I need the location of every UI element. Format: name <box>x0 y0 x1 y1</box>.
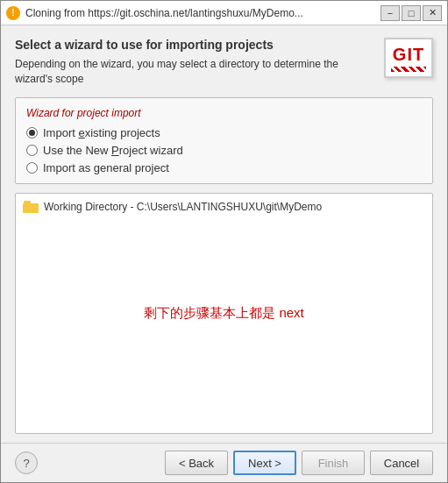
minimize-button[interactable]: − <box>380 5 400 21</box>
radio-import-existing[interactable]: Import existing projects <box>26 126 422 139</box>
window-title: Cloning from https://git.oschina.net/lan… <box>25 7 380 19</box>
radio-circle-import-existing[interactable] <box>26 127 38 139</box>
header-section: Select a wizard to use for importing pro… <box>15 38 433 87</box>
footer-buttons: < Back Next > Finish Cancel <box>165 451 433 475</box>
radio-circle-general-project[interactable] <box>26 162 38 174</box>
header-title: Select a wizard to use for importing pro… <box>15 38 375 52</box>
radio-label-new-project: Use the New Project wizard <box>43 144 183 157</box>
window-icon: ! <box>6 6 20 20</box>
git-logo-bar <box>391 67 426 72</box>
radio-new-project[interactable]: Use the New Project wizard <box>26 144 422 157</box>
help-button[interactable]: ? <box>15 451 38 474</box>
next-button[interactable]: Next > <box>233 451 296 475</box>
close-button[interactable]: ✕ <box>423 5 442 21</box>
folder-icon <box>23 201 39 213</box>
footer: ? < Back Next > Finish Cancel <box>1 443 447 482</box>
header-description: Depending on the wizard, you may select … <box>15 57 375 87</box>
radio-label-general-project: Import as general project <box>43 161 169 174</box>
main-window: ! Cloning from https://git.oschina.net/l… <box>0 0 448 483</box>
maximize-button[interactable]: □ <box>402 5 421 21</box>
cancel-button[interactable]: Cancel <box>370 451 433 475</box>
radio-group: Import existing projects Use the New Pro… <box>26 126 422 174</box>
git-logo-inner: GIT <box>384 38 433 78</box>
radio-label-import-existing: Import existing projects <box>43 126 160 139</box>
working-directory-box: Working Directory - C:\Users\LANTINGSHUX… <box>15 193 433 434</box>
working-dir-path: Working Directory - C:\Users\LANTINGSHUX… <box>44 201 322 213</box>
finish-button[interactable]: Finish <box>302 451 365 475</box>
working-dir-header: Working Directory - C:\Users\LANTINGSHUX… <box>23 201 425 213</box>
window-controls: − □ ✕ <box>380 5 442 21</box>
back-button[interactable]: < Back <box>165 451 228 475</box>
git-logo-text: GIT <box>393 45 424 65</box>
main-content: Select a wizard to use for importing pro… <box>1 25 447 443</box>
wizard-box: Wizard for project import Import existin… <box>15 97 433 184</box>
main-annotation-text: 剩下的步骤基本上都是 next <box>144 305 304 322</box>
titlebar: ! Cloning from https://git.oschina.net/l… <box>1 1 447 25</box>
radio-general-project[interactable]: Import as general project <box>26 161 422 174</box>
header-text: Select a wizard to use for importing pro… <box>15 38 375 87</box>
radio-circle-new-project[interactable] <box>26 145 38 156</box>
wizard-label: Wizard for project import <box>26 107 422 119</box>
git-logo: GIT <box>384 38 433 78</box>
